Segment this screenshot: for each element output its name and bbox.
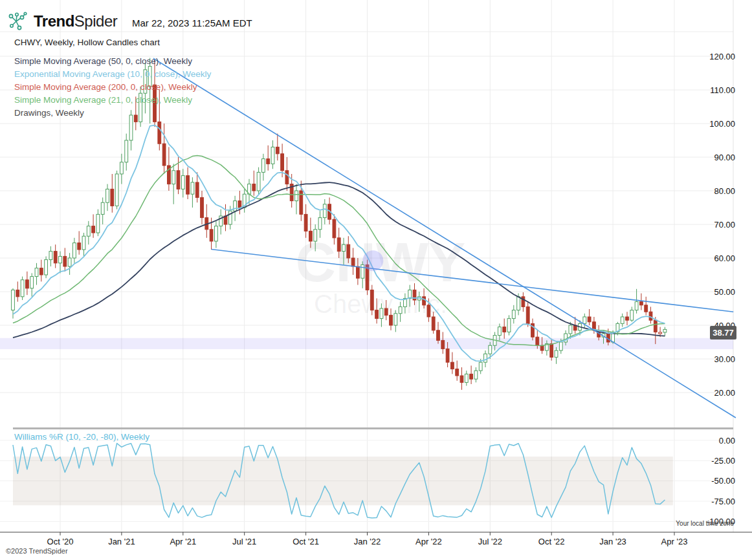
candle-body [39, 268, 43, 275]
price-axis-label: 70.00 [714, 220, 735, 230]
candle-body [234, 201, 237, 211]
candle-body [474, 371, 478, 379]
candle-body [456, 369, 459, 376]
x-axis-label: Apr '22 [415, 537, 442, 546]
candle-body [437, 330, 440, 341]
candle-body [285, 171, 289, 184]
x-axis-label: Oct '20 [47, 537, 74, 546]
candle-body [357, 266, 360, 278]
candle-body [451, 362, 454, 369]
candle-body [333, 219, 336, 238]
candle-body [342, 244, 346, 251]
candle-body [512, 310, 515, 319]
trendspider-chart-app: CHWYChewy, Inc. Oct '20Jan '21Apr '21Jul… [0, 0, 752, 560]
candle-body [106, 189, 109, 202]
candle-body [21, 280, 24, 297]
candle-body [479, 362, 482, 371]
wr-axis-label: -25.00 [711, 456, 735, 466]
candle-body [630, 310, 634, 321]
candle-body [621, 317, 624, 323]
candle-body [588, 317, 591, 322]
candle-body [262, 159, 265, 173]
candle-body [550, 344, 553, 358]
candle-body [257, 172, 260, 191]
legend-item-ema10[interactable]: Exponential Moving Average (10, 0, close… [14, 68, 211, 81]
brand-name-light: Spider [74, 12, 117, 30]
candle-body [507, 319, 511, 332]
candle-body [120, 162, 124, 174]
candle-body [238, 201, 241, 208]
candle-body [384, 308, 388, 315]
trendspider-logo-icon [8, 10, 30, 32]
candle-body [96, 214, 100, 233]
candle-body [394, 314, 397, 325]
legend-item-drawings[interactable]: Drawings, Weekly [14, 107, 211, 120]
candle-body [626, 317, 629, 320]
candle-body [304, 214, 307, 231]
x-axis-label: Apr '23 [661, 537, 688, 546]
copyright-note: ©2023 TrendSpider [6, 547, 68, 555]
candle-body [186, 176, 190, 195]
candle-body [536, 337, 539, 345]
candle-body [498, 327, 502, 336]
candle-body [351, 258, 355, 266]
candle-body [314, 230, 317, 241]
williams-r-label[interactable]: Williams %R (10, -20, -80), Weekly [14, 432, 149, 442]
candle-body [215, 226, 218, 241]
price-axis-label: 20.00 [714, 388, 735, 398]
brand-name-bold: Trend [34, 12, 74, 30]
candle-body [517, 297, 520, 310]
timezone-note[interactable]: Your local time zone [676, 520, 734, 527]
candle-body [659, 332, 662, 334]
candle-body [45, 260, 48, 275]
candle-body [195, 182, 199, 197]
candle-body [432, 317, 435, 330]
candle-body [649, 312, 652, 320]
candle-body [12, 290, 15, 310]
legend-item-sma50[interactable]: Simple Moving Average (50, 0, close), We… [14, 55, 211, 68]
candle-body [640, 302, 643, 305]
legend-item-sma200[interactable]: Simple Moving Average (200, 0, close), W… [14, 81, 211, 94]
x-axis-label: Jul '21 [232, 537, 256, 546]
x-axis-label: Jan '22 [354, 537, 381, 546]
candle-body [370, 290, 373, 310]
candle-body [375, 310, 379, 319]
price-axis-label: 90.00 [714, 153, 735, 162]
trendspider-logo[interactable]: TrendSpider [8, 10, 117, 32]
price-axis-label: 50.00 [714, 287, 735, 297]
candle-body [271, 147, 274, 164]
x-axis-label: Oct '22 [538, 537, 565, 546]
legend-item-sma21[interactable]: Simple Moving Average (21, 0, close), We… [14, 94, 211, 107]
panel-divider-handle[interactable] [13, 427, 733, 429]
candle-body [318, 218, 322, 230]
candle-body [111, 189, 114, 206]
candle-body [68, 258, 71, 266]
candle-body [177, 171, 180, 189]
candle-body [162, 144, 166, 166]
candle-body [82, 236, 85, 250]
candle-body [267, 159, 270, 164]
price-axis-label: 60.00 [714, 253, 735, 263]
candle-body [470, 374, 473, 379]
candle-body [295, 191, 298, 201]
last-price-text: 38.77 [713, 328, 734, 338]
candle-body [540, 345, 544, 350]
candle-body [654, 320, 657, 332]
candle-body [63, 256, 67, 266]
candle-body [645, 305, 648, 312]
trendline [153, 58, 736, 418]
candle-body [583, 317, 586, 323]
candle-body [158, 122, 161, 144]
candle-body [276, 147, 279, 153]
price-axis-label: 100.00 [709, 119, 735, 129]
chart-datetime: Mar 22, 2023 11:25AM EDT [132, 17, 252, 28]
x-axis-label: Jan '21 [108, 537, 135, 546]
candle-body [73, 243, 76, 258]
candle-body [191, 182, 194, 194]
indicator-legend: Simple Moving Average (50, 0, close), We… [14, 55, 211, 120]
price-axis-label: 120.00 [709, 52, 735, 61]
candle-body [92, 226, 95, 233]
candle-body [172, 171, 175, 184]
price-axis-label: 80.00 [714, 186, 735, 196]
candle-body [446, 349, 449, 362]
